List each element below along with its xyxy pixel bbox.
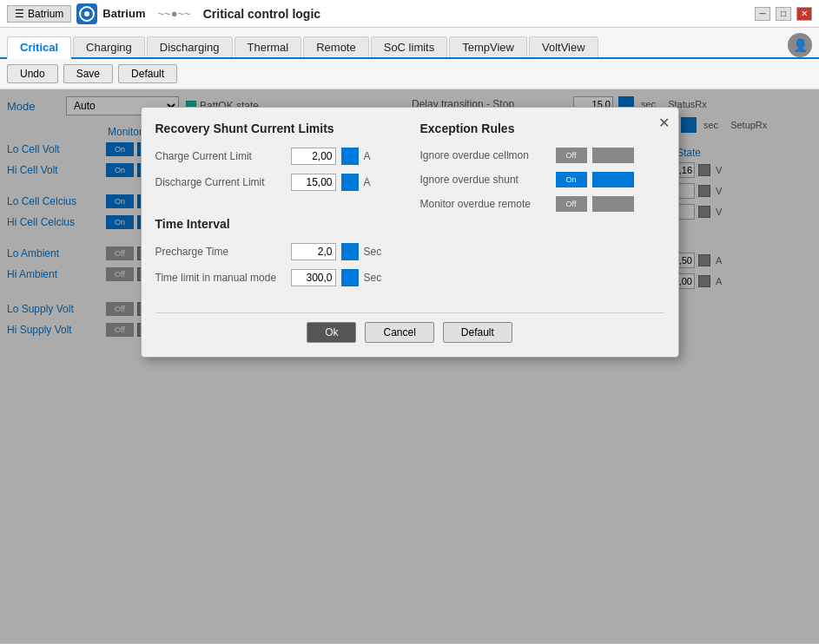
precharge-time-label: Precharge Time [155,246,286,258]
manual-time-limit-row: Time limit in manual mode Sec [155,269,400,286]
modal-close-button[interactable]: ✕ [658,115,670,131]
manual-limit-bar [341,269,359,286]
user-avatar: 👤 [788,33,812,57]
default-button[interactable]: Default [118,64,177,83]
monitor-remote-slider[interactable] [592,196,634,212]
tab-voltview[interactable]: VoltView [529,36,598,57]
ignore-shunt-label: Ignore overdue shunt [420,174,551,186]
discharge-current-limit-input[interactable] [291,174,336,191]
tab-critical[interactable]: Critical [7,36,71,59]
modal-body: Recovery Shunt Current Limits Charge Cur… [155,122,664,295]
precharge-time-row: Precharge Time Sec [155,243,400,260]
tab-remote[interactable]: Remote [303,36,369,57]
manual-time-limit-input[interactable] [291,269,336,286]
tab-charging[interactable]: Charging [73,36,145,57]
monitor-remote-label: Monitor overdue remote [420,198,551,210]
user-icon[interactable]: 👤 [788,33,812,57]
main-content: Mode Auto BattOK state Monitor Threshold… [0,89,819,643]
restore-button[interactable]: □ [776,7,791,21]
modal-overlay: ✕ Recovery Shunt Current Limits Charge C… [0,89,819,643]
exception-rules-title: Exception Rules [420,122,664,135]
modal-footer: Ok Cancel Default [155,312,664,343]
svg-point-1 [84,11,89,16]
tab-thermal[interactable]: Thermal [234,36,302,57]
title-bar-controls: ─ □ ✕ [755,7,812,21]
window-title: Critical control logic [203,7,320,21]
charge-current-limit-label: Charge Current Limit [155,150,286,162]
precharge-time-input[interactable] [291,243,336,260]
menu-label: Batrium [28,8,63,20]
undo-button[interactable]: Undo [7,64,58,83]
toolbar: Undo Save Default [0,59,819,89]
menu-button[interactable]: ☰ Batrium [7,5,71,23]
precharge-bar [341,243,359,260]
charge-limit-unit: A [364,150,371,162]
ignore-shunt-toggle[interactable]: On [556,172,587,187]
recovery-limits-title: Recovery Shunt Current Limits [155,122,400,135]
tab-soc-limits[interactable]: SoC limits [371,36,448,57]
ignore-shunt-slider[interactable] [592,172,634,187]
modal-left: Recovery Shunt Current Limits Charge Cur… [155,122,400,295]
ignore-cellmon-label: Ignore overdue cellmon [420,149,551,161]
manual-limit-unit: Sec [364,272,382,284]
charge-current-limit-row: Charge Current Limit A [155,148,400,165]
minimize-button[interactable]: ─ [755,7,770,21]
logo-icon [78,5,96,23]
title-bar-left: ☰ Batrium Batrium ~~●~~ Critical control… [7,3,320,24]
ignore-cellmon-slider[interactable] [592,148,634,163]
monitor-remote-toggle[interactable]: Off [556,196,587,212]
charge-limit-bar [341,148,359,165]
modal-default-button[interactable]: Default [443,322,512,343]
ignore-cellmon-row: Ignore overdue cellmon Off [420,148,664,163]
discharge-current-limit-label: Discharge Current Limit [155,176,286,188]
precharge-unit: Sec [364,246,382,258]
user-identifier: ~~●~~ [157,7,190,20]
tab-tempview[interactable]: TempView [449,36,527,57]
discharge-limit-unit: A [364,176,371,188]
tab-discharging[interactable]: Discharging [147,36,233,57]
modal-cancel-button[interactable]: Cancel [365,322,433,343]
ignore-cellmon-toggle[interactable]: Off [556,148,587,163]
modal-right: Exception Rules Ignore overdue cellmon O… [420,122,664,295]
discharge-current-limit-row: Discharge Current Limit A [155,174,400,191]
modal-dialog: ✕ Recovery Shunt Current Limits Charge C… [141,107,679,358]
save-button[interactable]: Save [63,64,113,83]
title-bar: ☰ Batrium Batrium ~~●~~ Critical control… [0,0,819,28]
tab-bar: Critical Charging Discharging Thermal Re… [0,28,819,59]
manual-time-limit-label: Time limit in manual mode [155,272,286,284]
app-name: Batrium [102,7,145,20]
monitor-remote-row: Monitor overdue remote Off [420,196,664,212]
hamburger-icon: ☰ [15,8,24,20]
charge-current-limit-input[interactable] [291,148,336,165]
discharge-limit-bar [341,174,359,191]
modal-ok-button[interactable]: Ok [307,322,356,343]
close-button[interactable]: ✕ [796,7,812,21]
ignore-shunt-row: Ignore overdue shunt On [420,172,664,187]
time-interval-title: Time Interval [155,217,400,231]
app-logo [76,3,97,24]
